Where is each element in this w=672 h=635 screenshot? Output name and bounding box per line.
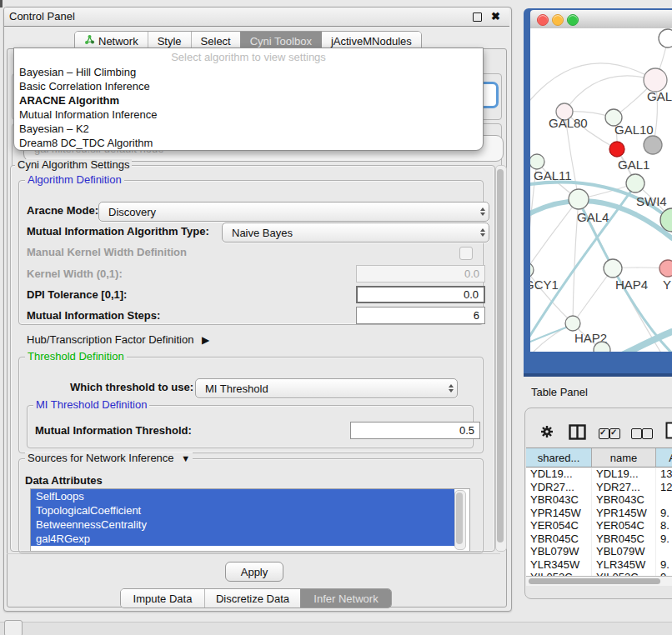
algorithm-option[interactable]: Mutual Information Inference bbox=[18, 108, 478, 122]
network-node[interactable] bbox=[565, 316, 580, 331]
table-row[interactable]: YBL079WYBL079W bbox=[526, 545, 672, 558]
bottom-tabbar: Impute Data Discretize Data Infer Networ… bbox=[120, 588, 392, 608]
attribute-item[interactable]: SelfLoops bbox=[31, 489, 454, 503]
table-row[interactable]: YBR045CYBR045C9. bbox=[526, 532, 672, 546]
dpi-tolerance-field[interactable]: 0.0 bbox=[356, 286, 485, 303]
split-panel-icon[interactable] bbox=[569, 424, 586, 442]
algorithm-option[interactable]: Basic Correlation Inference bbox=[18, 79, 478, 93]
bottom-strip bbox=[0, 622, 672, 635]
network-canvas[interactable]: GALGAL80GAL10GAL1GAL11SWI4GAL4GCY1HAP4YH… bbox=[530, 28, 672, 352]
table-body: YDL19...YDL19...13YDR27...YDR27...12YBR0… bbox=[526, 468, 672, 576]
control-panel-titlebar: Control Panel ✖ bbox=[4, 8, 509, 27]
close-traffic-light[interactable] bbox=[537, 14, 549, 26]
edge-artifact bbox=[0, 0, 3, 8]
deselect-all-checkbox-icon[interactable] bbox=[631, 428, 642, 439]
dropdown-placeholder: Select algorithm to view settings bbox=[14, 51, 483, 64]
node-label: Y bbox=[663, 278, 671, 292]
hub-definition-label: Hub/Transcription Factor Definition bbox=[27, 333, 193, 346]
table-cell: YDR27... bbox=[526, 481, 592, 494]
table-row[interactable]: YLR345WYLR345W9. bbox=[526, 558, 672, 572]
node-label: HAP4 bbox=[615, 278, 648, 292]
tab-discretize-data[interactable]: Discretize Data bbox=[204, 589, 300, 608]
table-cell: 9. bbox=[656, 558, 672, 572]
network-node[interactable] bbox=[530, 154, 544, 169]
network-node[interactable] bbox=[609, 142, 624, 157]
table-hscrollbar[interactable] bbox=[526, 576, 672, 586]
algorithm-dropdown-popup: Select algorithm to view settings Bayesi… bbox=[13, 48, 484, 151]
aracne-mode-select[interactable]: Discovery bbox=[98, 202, 489, 222]
sources-toggle[interactable]: Sources for Network Inference ▼ bbox=[25, 452, 193, 464]
table-cell: YBR045C bbox=[526, 532, 592, 546]
select-all-checkbox-icon[interactable] bbox=[599, 428, 609, 439]
select-all-checkbox-icon[interactable] bbox=[609, 428, 620, 439]
stepper-icon bbox=[475, 228, 485, 237]
table-row[interactable]: YER054CYER054C8. bbox=[526, 519, 672, 532]
network-node[interactable] bbox=[530, 262, 534, 278]
sources-title: Sources for Network Inference bbox=[28, 452, 174, 464]
network-node[interactable] bbox=[659, 260, 672, 277]
which-threshold-select[interactable]: MI Threshold bbox=[195, 378, 458, 398]
column-header[interactable]: name bbox=[592, 448, 656, 468]
table-cell: 9. bbox=[656, 532, 672, 546]
zoom-traffic-light[interactable] bbox=[567, 14, 579, 26]
apply-button[interactable]: Apply bbox=[225, 562, 283, 582]
attribute-item[interactable]: gal4RGexp bbox=[31, 532, 454, 546]
algorithm-option[interactable]: Bayesian – K2 bbox=[18, 122, 478, 136]
tab-label: Network bbox=[98, 35, 138, 48]
mi-type-select[interactable]: Naive Bayes bbox=[222, 222, 489, 242]
mi-threshold-field[interactable]: 0.5 bbox=[350, 422, 480, 439]
algorithm-option[interactable]: Bayesian – Hill Climbing bbox=[18, 65, 478, 79]
new-table-icon[interactable] bbox=[665, 422, 672, 442]
gear-icon[interactable] bbox=[540, 425, 554, 441]
mi-type-label: Mutual Information Algorithm Type: bbox=[27, 222, 209, 241]
hub-definition-toggle[interactable]: Hub/Transcription Factor Definition ▶ bbox=[27, 332, 209, 348]
settings-scrollbar[interactable] bbox=[495, 165, 507, 552]
network-node[interactable] bbox=[644, 68, 667, 92]
table-hscrollbar-thumb[interactable] bbox=[529, 578, 660, 584]
screen: Control Panel ✖ Network S bbox=[0, 0, 672, 635]
expanded-triangle-icon: ▼ bbox=[177, 453, 190, 463]
algorithm-option[interactable]: ARACNE Algorithm bbox=[18, 93, 478, 108]
deselect-all-checkbox-icon[interactable] bbox=[642, 428, 653, 439]
table-row[interactable]: YPR145WYPR145W9. bbox=[526, 507, 672, 520]
network-node[interactable] bbox=[569, 189, 589, 209]
table-cell: YBL079W bbox=[592, 545, 656, 558]
table-row[interactable]: YDR27...YDR27...12 bbox=[526, 481, 672, 494]
network-node[interactable] bbox=[644, 136, 662, 154]
column-header[interactable]: shared... bbox=[526, 448, 592, 468]
network-node[interactable] bbox=[604, 259, 622, 278]
attribute-item[interactable]: BetweennessCentrality bbox=[31, 518, 454, 532]
node-label: GAL4 bbox=[577, 210, 609, 224]
network-node[interactable] bbox=[626, 174, 644, 192]
panel-toggle-button[interactable] bbox=[4, 620, 23, 635]
float-window-icon[interactable] bbox=[473, 12, 482, 22]
column-header[interactable]: A bbox=[656, 448, 672, 468]
table-cell: YPR145W bbox=[526, 507, 592, 520]
table-cell: 9. bbox=[656, 507, 672, 520]
attribute-item[interactable]: TopologicalCoefficient bbox=[31, 503, 454, 518]
table-cell: YBR045C bbox=[592, 532, 656, 546]
mi-steps-field[interactable]: 6 bbox=[356, 307, 485, 324]
tab-infer-network[interactable]: Infer Network bbox=[300, 589, 391, 608]
threshold-definition-title: Threshold Definition bbox=[25, 351, 127, 362]
attributes-scrollbar-thumb[interactable] bbox=[456, 492, 463, 544]
table-row[interactable]: YDL19...YDL19...13 bbox=[526, 468, 672, 481]
kernel-width-field[interactable]: 0.0 bbox=[356, 265, 485, 282]
node-label: GAL1 bbox=[618, 158, 649, 172]
manual-kernel-checkbox[interactable] bbox=[459, 247, 473, 260]
network-icon bbox=[84, 34, 95, 48]
manual-kernel-label: Manual Kernel Width Definition bbox=[27, 245, 187, 260]
collapsed-triangle-icon: ▶ bbox=[197, 334, 209, 346]
network-node[interactable] bbox=[659, 29, 672, 48]
algorithm-option[interactable]: Dream8 DC_TDC Algorithm bbox=[18, 136, 478, 150]
settings-scrollbar-thumb[interactable] bbox=[497, 169, 504, 542]
node-table: shared...nameA YDL19...YDL19...13YDR27..… bbox=[526, 448, 672, 468]
minimize-traffic-light[interactable] bbox=[552, 14, 564, 26]
data-attributes-label: Data Attributes bbox=[25, 473, 103, 488]
close-icon[interactable]: ✖ bbox=[491, 8, 500, 26]
table-cell: YLR345W bbox=[526, 558, 592, 572]
stepper-icon bbox=[475, 208, 485, 216]
attributes-scrollbar[interactable] bbox=[454, 490, 466, 550]
tab-impute-data[interactable]: Impute Data bbox=[121, 589, 204, 608]
table-row[interactable]: YBR043CYBR043C bbox=[526, 493, 672, 507]
